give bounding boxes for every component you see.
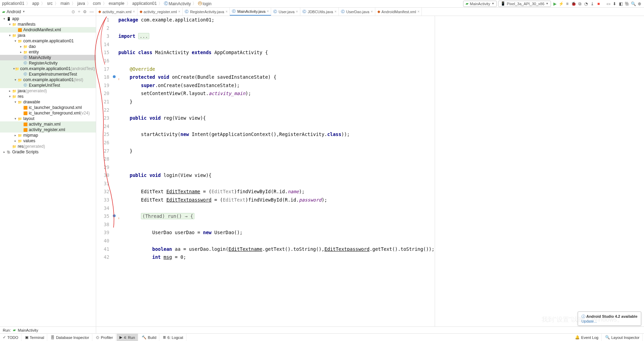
tree-node[interactable]: ▸📁dao — [0, 44, 96, 49]
run-config-name[interactable]: MainActivity — [18, 328, 38, 332]
close-tab-icon[interactable]: × — [178, 10, 181, 14]
breadcrumb-segment[interactable]: example — [109, 1, 124, 6]
tree-node[interactable]: ⒸExampleInstrumentedTest — [0, 71, 96, 77]
run-config-dropdown[interactable]: ▰ MainActivity ▼ — [463, 1, 497, 7]
editor-tab[interactable]: ⒸRegisterActivity.java× — [183, 8, 230, 16]
search-button[interactable]: 🔍 — [631, 1, 636, 6]
editor-tab[interactable]: ◆activity_register.xml× — [137, 8, 183, 16]
editor-tabs: ◆activity_main.xml×◆activity_register.xm… — [96, 8, 644, 16]
apply-changes-button[interactable]: ⚡ — [559, 1, 563, 6]
tree-node[interactable]: ▸📁entity — [0, 49, 96, 55]
editor-tab[interactable]: ◆activity_main.xml× — [96, 8, 137, 16]
tool-window-button[interactable]: 🔍Layout Inspector — [602, 334, 643, 341]
phone-icon: 📱 — [501, 1, 505, 6]
tool-window-button[interactable]: 🔔Event Log — [572, 334, 602, 341]
gutter[interactable]: 1231415161718↑19202122232425262728293031… — [96, 16, 117, 334]
editor-tab[interactable]: ⒸUserDao.java× — [339, 8, 375, 16]
breadcrumb-segment[interactable]: src — [47, 1, 52, 6]
chevron-icon: 〉 — [192, 1, 196, 7]
breadcrumb-segment[interactable]: app — [32, 1, 39, 6]
breadcrumb-segment[interactable]: main — [60, 1, 69, 6]
tree-node[interactable]: ▾📁com.example.application01 (test) — [0, 77, 96, 83]
breadcrumb-segment[interactable]: com — [93, 1, 101, 6]
tree-node[interactable]: ▸📁values — [0, 138, 96, 144]
tree-node[interactable]: ▾📁layout — [0, 116, 96, 121]
tool-window-button[interactable]: 🔨Build — [139, 334, 159, 341]
editor-area: ◆activity_main.xml×◆activity_register.xm… — [96, 8, 644, 334]
tool-window-button[interactable]: ▣Terminal — [22, 334, 48, 341]
tool-window-button[interactable]: ▶4: Run — [117, 334, 138, 341]
editor-tab[interactable]: ⒸJDBCUtils.java× — [300, 8, 339, 16]
breadcrumb-segment[interactable]: application01 — [132, 1, 157, 6]
tree-node[interactable]: ⒸRegisterActivity — [0, 60, 96, 66]
close-tab-icon[interactable]: × — [335, 10, 337, 14]
tool-window-button[interactable]: ⏲Profiler — [93, 334, 116, 341]
sync-button[interactable]: 🐘 — [625, 1, 629, 6]
more-button[interactable]: ⊕ — [637, 1, 642, 6]
android-icon: ▰ — [2, 9, 5, 14]
editor-tab[interactable]: ◆AndroidManifest.xml× — [375, 8, 422, 16]
tree-node[interactable]: ▾📁drawable — [0, 99, 96, 105]
editor-tab[interactable]: ⒸUser.java× — [271, 8, 300, 16]
apply-code-button[interactable]: ≡ — [565, 1, 570, 6]
tree-node[interactable]: 🟧activity_register.xml — [0, 127, 96, 133]
tree-node[interactable]: ⒸMainActivity — [0, 55, 96, 60]
project-view-dropdown[interactable]: ▰ Android ▼ — [2, 9, 25, 14]
tree-node[interactable]: 🟧ic_launcher_foreground.xml (v24) — [0, 110, 96, 116]
chevron-icon: 〉 — [158, 1, 162, 7]
tool-window-button[interactable]: ≣6: Logcat — [160, 334, 186, 341]
profiler-button[interactable]: ◔ — [584, 1, 588, 6]
status-bar: ✓TODO▣Terminal🗄Database Inspector⏲Profil… — [0, 333, 644, 341]
breadcrumb: pplication01 〉 app 〉 src 〉 main 〉 java 〉… — [0, 0, 644, 8]
settings-icon[interactable]: ⚙ — [83, 9, 87, 14]
sdk-manager-button[interactable]: ⬇ — [612, 1, 617, 6]
collapse-all-icon[interactable]: ÷ — [78, 9, 80, 14]
tree-node[interactable]: ▸📁mipmap — [0, 133, 96, 138]
run-tool-window-header: Run: ▰ MainActivity — [0, 326, 644, 333]
editor-right-margin — [435, 16, 435, 326]
close-tab-icon[interactable]: × — [226, 10, 228, 14]
run-button[interactable]: ▶ — [552, 1, 557, 6]
close-tab-icon[interactable]: × — [133, 10, 135, 14]
close-tab-icon[interactable]: × — [371, 10, 373, 14]
close-tab-icon[interactable]: × — [296, 10, 298, 14]
windows-activation-watermark: 我到"设置"以激活 Windows。 — [542, 315, 623, 324]
tree-node[interactable]: ▾📁com.example.application01 (androidTest… — [0, 66, 96, 71]
tree-node[interactable]: ⒸExampleUnitTest — [0, 83, 96, 88]
code-content[interactable]: package com.example.application01; impor… — [117, 16, 644, 334]
main-toolbar: ▰ MainActivity ▼ 📱 Pixel_3a_API_30_x86 ▼… — [463, 1, 642, 7]
close-tab-icon[interactable]: × — [267, 9, 269, 13]
tree-node[interactable]: ▸🐘Gradle Scripts — [0, 149, 96, 155]
breadcrumb-segment[interactable]: java — [77, 1, 85, 6]
tree-node[interactable]: 🟧ic_launcher_background.xml — [0, 105, 96, 110]
attach-debugger-button[interactable]: ⤓ — [590, 1, 595, 6]
tree-node[interactable]: ▾📁com.example.application01 — [0, 38, 96, 44]
tree-node[interactable]: ▾📁manifests — [0, 22, 96, 27]
avd-manager-button[interactable]: ▭ — [606, 1, 611, 6]
breadcrumb-class[interactable]: MainActivity — [169, 1, 191, 6]
code-editor[interactable]: 1231415161718↑19202122232425262728293031… — [96, 16, 644, 334]
tree-node[interactable]: 🟧activity_main.xml — [0, 121, 96, 127]
editor-tab[interactable]: ⒸMainActivity.java× — [230, 8, 271, 16]
tree-node[interactable]: ▾📁java — [0, 33, 96, 38]
close-tab-icon[interactable]: × — [417, 10, 419, 14]
breadcrumb-segment[interactable]: pplication01 — [2, 1, 24, 6]
tree-node[interactable]: 🟧AndroidManifest.xml — [0, 27, 96, 33]
chevron-down-icon: ▼ — [22, 10, 25, 13]
breadcrumb-method[interactable]: login — [203, 1, 211, 6]
tree-node[interactable]: ▾📱app — [0, 16, 96, 22]
device-dropdown[interactable]: 📱 Pixel_3a_API_30_x86 ▼ — [498, 1, 551, 7]
stop-button[interactable]: ■ — [596, 1, 601, 6]
tool-window-button[interactable]: ✓TODO — [0, 334, 22, 341]
resource-manager-button[interactable]: ◧ — [618, 1, 623, 6]
tree-node[interactable]: 📁res (generated) — [0, 144, 96, 149]
coverage-button[interactable]: ⧉ — [577, 1, 582, 6]
tree-node[interactable]: ▾📁res — [0, 94, 96, 99]
tree-node[interactable]: ▸📁java (generated) — [0, 88, 96, 94]
hide-panel-icon[interactable]: — — [90, 9, 94, 14]
scroll-from-source-icon[interactable]: ⊙ — [72, 9, 75, 14]
chevron-down-icon: ▼ — [492, 2, 494, 5]
tool-window-button[interactable]: 🗄Database Inspector — [48, 334, 92, 341]
project-tree[interactable]: ▾📱app▾📁manifests🟧AndroidManifest.xml▾📁ja… — [0, 16, 96, 155]
debug-button[interactable]: 🐞 — [571, 1, 576, 6]
